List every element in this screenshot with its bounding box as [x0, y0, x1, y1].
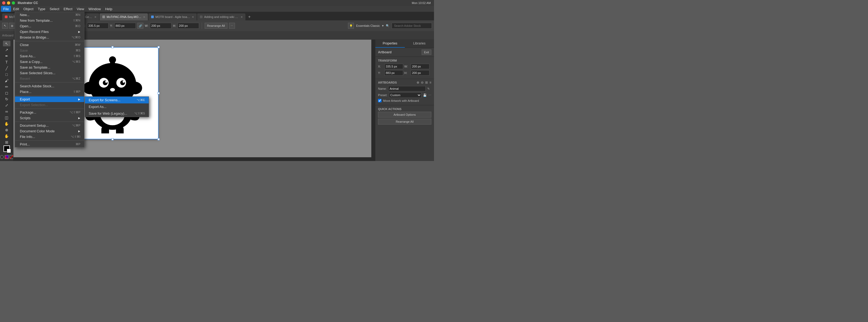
menu-open[interactable]: Open... ⌘O	[15, 23, 84, 29]
panel-y-input[interactable]	[384, 70, 403, 75]
browser-tab-3-close[interactable]: ✕	[143, 15, 145, 19]
handle-mr[interactable]	[157, 92, 160, 94]
browser-tab-2-close[interactable]: ✕	[94, 15, 96, 19]
link-icon[interactable]: 🔗	[137, 23, 143, 29]
minimize-button[interactable]	[7, 1, 10, 5]
gradient-icon[interactable]	[5, 155, 8, 159]
handle-br[interactable]	[157, 138, 160, 140]
type-tool[interactable]: T	[3, 59, 10, 65]
artboard-dots-icon[interactable]: ⋯	[229, 23, 235, 29]
artboard-menu-icon[interactable]: ≡	[429, 80, 431, 85]
zoom-tool[interactable]: ⊕	[3, 127, 10, 133]
menu-save-as[interactable]: Save As... ⇧⌘S	[15, 53, 84, 59]
tab-properties[interactable]: Properties	[375, 40, 405, 48]
preset-save-icon[interactable]: 💾	[423, 94, 427, 97]
handle-tr[interactable]	[157, 46, 160, 48]
menu-file[interactable]: File	[1, 6, 11, 12]
move-artwork-checkbox[interactable]	[378, 99, 381, 102]
panel-w-input[interactable]	[411, 64, 429, 69]
browser-tab-5[interactable]: Adding and editing wiki pages... ✕	[197, 13, 245, 20]
save-for-web[interactable]: Save for Web (Legacy)... ⌥⇧⌘S	[85, 110, 149, 117]
select-tool-icon[interactable]: ↖	[2, 23, 8, 29]
none-icon[interactable]	[10, 155, 13, 159]
exit-button[interactable]: Exit	[422, 50, 431, 55]
menu-export[interactable]: Export ▶	[15, 96, 84, 102]
fill-indicator[interactable]	[3, 146, 10, 152]
menu-object[interactable]: Object	[21, 6, 36, 12]
rearrange-all-button[interactable]: Rearrange All	[205, 23, 227, 29]
menu-effect[interactable]: Effect	[61, 6, 74, 12]
menu-search-stock[interactable]: Search Adobe Stock...	[15, 83, 84, 89]
menu-select[interactable]: Select	[48, 6, 61, 12]
pencil-tool[interactable]: ✏	[3, 84, 10, 90]
artboard-options-button[interactable]: Artboard Options	[378, 112, 431, 118]
panel-x-input[interactable]	[384, 64, 403, 69]
menu-save-copy[interactable]: Save a Copy... ⌥⌘S	[15, 59, 84, 65]
panel-h-input[interactable]	[411, 70, 429, 75]
menu-file-info[interactable]: File Info... ⌥⇧⌘I	[15, 134, 84, 139]
menu-package[interactable]: Package... ⌥⇧⌘P	[15, 109, 84, 115]
panel-artboard-name-input[interactable]	[388, 86, 426, 91]
color-mode-icon[interactable]	[0, 155, 4, 159]
direct-select-tool[interactable]: ↗	[3, 47, 10, 53]
menu-new[interactable]: New... ⌘N	[15, 12, 84, 18]
selection-tool[interactable]: ↖	[3, 41, 10, 46]
artboard-resize-icon[interactable]: ⊞	[425, 80, 428, 85]
export-for-screens[interactable]: Export for Screens... ⌥⌘E	[85, 97, 149, 103]
eraser-tool[interactable]: ◻	[3, 90, 10, 96]
artboard-delete-icon[interactable]: ⊖	[421, 80, 424, 85]
line-tool[interactable]: ╱	[3, 65, 10, 71]
artboard-tool[interactable]: ⊞	[3, 139, 10, 145]
rearrange-all-panel-button[interactable]: Rearrange All	[378, 119, 431, 125]
menu-print[interactable]: Print... ⌘P	[15, 141, 84, 147]
menu-save-template[interactable]: Save as Template...	[15, 65, 84, 70]
menu-scripts[interactable]: Scripts ▶	[15, 115, 84, 121]
menu-save-slices[interactable]: Save Selected Slices...	[15, 70, 84, 76]
rotate-tool[interactable]: ↻	[3, 96, 10, 102]
menu-open-recent[interactable]: Open Recent Files ▶	[15, 29, 84, 35]
preset-options-icon[interactable]: ⋯	[428, 94, 431, 97]
lightbulb-icon[interactable]: 💡	[348, 23, 354, 29]
menu-edit[interactable]: Edit	[11, 6, 21, 12]
menu-type[interactable]: Type	[36, 6, 48, 12]
paintbrush-tool[interactable]: 🖌	[3, 78, 10, 83]
artboard-add-icon[interactable]: ⊕	[416, 80, 419, 85]
scale-tool[interactable]: ⤢	[3, 102, 10, 108]
h-input[interactable]	[178, 23, 199, 29]
grid-icon[interactable]: ⊞	[9, 23, 15, 29]
menu-doc-color[interactable]: Document Color Mode ▶	[15, 128, 84, 134]
menu-browse-bridge[interactable]: Browse in Bridge... ⌥⌘O	[15, 35, 84, 40]
w-input[interactable]	[150, 23, 172, 29]
y-input[interactable]	[114, 23, 136, 29]
menu-view[interactable]: View	[74, 6, 86, 12]
handle-bm[interactable]	[112, 138, 114, 140]
scrollbar-vertical[interactable]	[371, 40, 375, 161]
blend-tool[interactable]: ∞	[3, 108, 10, 114]
search-stock-input[interactable]	[392, 23, 432, 29]
stroke-indicator[interactable]	[7, 149, 11, 153]
browser-tab-4[interactable]: MOTR board - Agile board - Ji... ✕	[148, 13, 197, 20]
close-button[interactable]	[2, 1, 5, 5]
scrollbar-horizontal[interactable]	[13, 157, 371, 161]
menu-help[interactable]: Help	[103, 6, 114, 12]
x-input[interactable]	[87, 23, 108, 29]
menu-close[interactable]: Close ⌘W	[15, 42, 84, 48]
pen-tool[interactable]: ✒	[3, 53, 10, 59]
fullscreen-button[interactable]	[12, 1, 15, 5]
hand-tool[interactable]: ✋	[3, 133, 10, 139]
menu-window[interactable]: Window	[86, 6, 103, 12]
menu-doc-setup[interactable]: Document Setup... ⌥⌘P	[15, 123, 84, 128]
export-as[interactable]: Export As...	[85, 103, 149, 110]
preset-select[interactable]: Custom	[389, 92, 422, 98]
browser-tab-4-close[interactable]: ✕	[192, 15, 194, 19]
browser-tab-3[interactable]: MoTrPAC-RNA-Seq-MOP-Pipe... ✕	[100, 13, 148, 20]
shape-tool[interactable]: □	[3, 71, 10, 77]
essentials-chevron[interactable]: ▾	[382, 24, 384, 28]
menu-place[interactable]: Place... ⇧⌘P	[15, 89, 84, 95]
new-tab-button[interactable]: +	[246, 13, 253, 20]
tab-libraries[interactable]: Libraries	[405, 40, 434, 48]
artboard-rename-icon[interactable]: ✎	[427, 87, 430, 91]
handle-tm[interactable]	[112, 46, 114, 48]
browser-tab-5-close[interactable]: ✕	[241, 15, 243, 19]
gradient-tool[interactable]: ◫	[3, 115, 10, 120]
